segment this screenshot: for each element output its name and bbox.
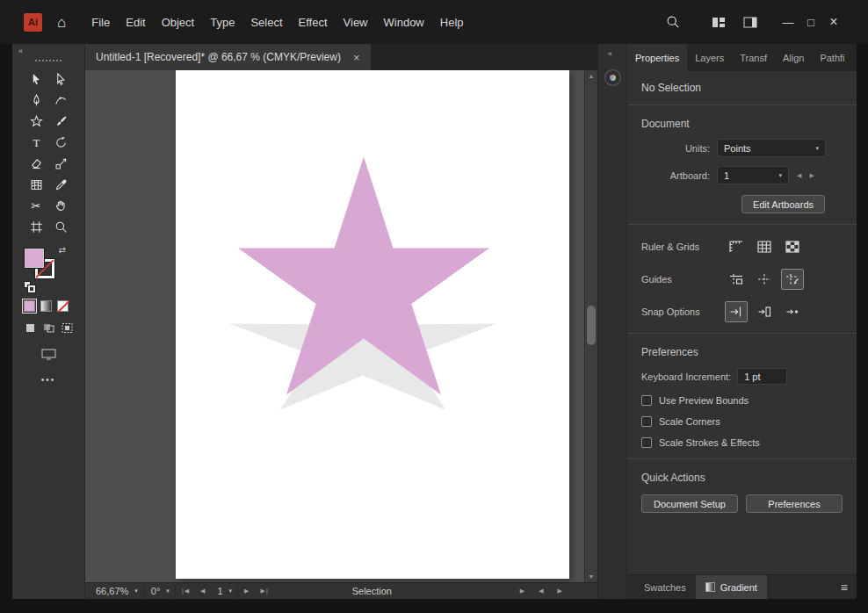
last-artboard-button[interactable]: ▶| [257,588,273,595]
maximize-button[interactable]: □ [799,16,822,29]
artboard-navigation-select[interactable]: 1 ▾ [212,585,238,598]
scroll-up-icon[interactable]: ▲ [585,73,597,79]
swap-fill-stroke-icon[interactable]: ⇄ [59,245,66,255]
close-window-button[interactable]: × [822,14,845,30]
scale-corners-checkbox[interactable] [641,416,652,427]
artboard-number: 1 [217,586,222,596]
workspace-switcher-icon[interactable] [712,17,726,28]
edit-guides-icon[interactable] [781,269,804,290]
none-button[interactable] [57,300,69,312]
draw-mode-buttons [24,321,74,337]
type-tool[interactable]: T [24,132,48,153]
menu-edit[interactable]: Edit [118,11,153,33]
hscroll-left-icon[interactable]: ◀ [539,588,543,595]
screen-mode-icon[interactable] [41,348,56,364]
default-fill-stroke-icon[interactable] [24,281,35,292]
menu-file[interactable]: File [83,11,118,33]
mesh-tool[interactable] [24,174,48,195]
star-tool[interactable] [24,111,48,132]
snap-to-point-icon[interactable] [781,301,804,322]
edit-artboards-button[interactable]: Edit Artboards [741,195,825,213]
menu-help[interactable]: Help [432,11,472,33]
color-panel-icon[interactable] [605,70,620,85]
next-artboard-button[interactable]: ▶ [240,588,254,595]
scale-strokes-effects-checkbox[interactable] [641,437,652,448]
edit-toolbar-ellipsis[interactable]: ••• [41,375,56,385]
canvas-pasteboard[interactable]: ▲ ▼ [85,70,597,582]
panel-layout-icon[interactable] [743,17,757,28]
tab-align[interactable]: Align [775,44,812,71]
rotation-value: 0° [151,586,161,596]
document-tab[interactable]: Untitled-1 [Recovered]* @ 66,67 % (CMYK/… [85,44,372,70]
hscroll-right-icon[interactable]: ▶ [558,588,562,595]
gradient-button[interactable] [40,300,52,312]
eyedropper-tool[interactable] [48,174,73,195]
home-icon[interactable]: ⌂ [57,15,66,30]
document-setup-button[interactable]: Document Setup [641,494,738,513]
paintbrush-tool[interactable] [48,111,73,132]
menu-select[interactable]: Select [242,11,290,33]
tab-swatches[interactable]: Swatches [634,575,696,599]
preferences-button[interactable]: Preferences [746,494,843,513]
fill-color-swatch[interactable] [24,248,45,269]
gradient-chip-icon [705,582,715,592]
draw-inside-icon[interactable] [61,321,74,337]
document-tab-close-icon[interactable]: × [353,51,360,64]
show-grid-icon[interactable] [753,236,776,257]
units-select[interactable]: Points ▾ [717,139,826,157]
next-artboard-pager-icon[interactable]: ▶ [809,172,814,179]
keyboard-increment-input[interactable]: 1 pt [737,368,787,385]
show-guides-icon[interactable] [725,269,748,290]
tab-properties[interactable]: Properties [627,44,687,71]
previous-artboard-pager-icon[interactable]: ◀ [797,172,801,179]
use-preview-bounds-checkbox[interactable] [641,395,652,406]
selection-tool[interactable] [24,69,48,90]
draw-behind-icon[interactable] [42,321,55,337]
menu-effect[interactable]: Effect [291,11,336,33]
color-button[interactable] [24,300,35,312]
draw-normal-icon[interactable] [24,321,37,337]
document-tab-bar: Untitled-1 [Recovered]* @ 66,67 % (CMYK/… [85,44,597,70]
vertical-scrollbar[interactable]: ▲ ▼ [584,70,597,582]
menu-window[interactable]: Window [376,11,432,33]
menu-type[interactable]: Type [202,11,242,33]
rotation-select[interactable]: 0° ▾ [146,585,176,598]
tab-transform[interactable]: Transf [732,44,775,71]
previous-artboard-button[interactable]: ◀ [196,588,210,595]
panel-menu-icon[interactable]: ≡ [841,581,848,595]
tab-layers[interactable]: Layers [687,44,732,71]
artboard-select[interactable]: 1 ▾ [717,166,789,184]
scroll-down-icon[interactable]: ▼ [585,573,597,580]
chevron-down-icon: ▾ [134,588,138,595]
curvature-tool[interactable] [48,90,73,111]
snap-to-pixel-icon[interactable] [753,301,776,322]
artboard[interactable] [176,70,569,579]
search-icon[interactable] [666,15,680,29]
first-artboard-button[interactable]: |◀ [177,588,194,595]
hand-tool[interactable] [48,195,73,216]
zoom-select[interactable]: 66,67% ▾ [90,585,144,598]
direct-selection-tool[interactable] [48,69,73,90]
rotate-tool[interactable] [48,132,73,153]
pen-tool[interactable] [24,90,48,111]
zoom-tool[interactable] [48,216,73,237]
scale-tool[interactable] [48,153,73,174]
use-preview-bounds-label: Use Preview Bounds [659,395,749,406]
vertical-scrollbar-thumb[interactable] [587,306,596,345]
expand-panels-icon[interactable]: « [598,44,626,58]
menu-object[interactable]: Object [154,11,203,33]
tab-pathfinder[interactable]: Pathfi [812,44,852,71]
status-menu-arrow-icon[interactable]: ▶ [520,588,524,595]
toolbar-collapse-icon[interactable]: « [12,44,84,58]
lock-guides-icon[interactable] [753,269,776,290]
snap-to-grid-icon[interactable] [725,301,748,322]
show-rulers-icon[interactable] [725,236,748,257]
artboard-tool[interactable] [24,216,48,237]
menu-view[interactable]: View [336,11,376,33]
minimize-button[interactable]: — [777,16,799,29]
transparency-grid-icon[interactable] [781,236,804,257]
scissors-tool[interactable]: ✂ [24,195,48,216]
eraser-tool[interactable] [24,153,48,174]
toolbar-drag-grip[interactable] [35,60,61,63]
tab-gradient[interactable]: Gradient [696,575,767,599]
